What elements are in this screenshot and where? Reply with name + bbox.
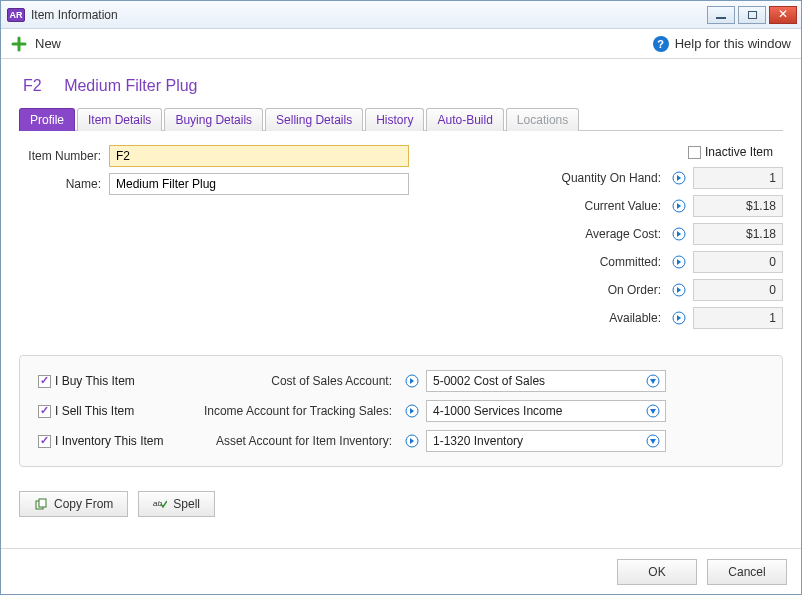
tab-strip: Profile Item Details Buying Details Sell… [19,107,783,131]
stat-label-committed: Committed: [463,255,665,269]
item-information-window: AR Item Information ✕ New ? Help for thi… [0,0,802,595]
cancel-button[interactable]: Cancel [707,559,787,585]
tab-item-details[interactable]: Item Details [77,108,162,131]
buy-item-label: I Buy This Item [55,374,135,388]
asset-account-value: 1-1320 Inventory [433,434,645,448]
stat-value-current-value: $1.18 [693,195,783,217]
stats-block: Quantity On Hand: 1 Current Value: $1.18… [463,167,783,329]
asset-account-combo[interactable]: 1-1320 Inventory [426,430,666,452]
titlebar: AR Item Information ✕ [1,1,801,29]
arrow-right-icon[interactable] [671,198,687,214]
income-account-value: 4-1000 Services Income [433,404,645,418]
app-badge: AR [7,8,25,22]
minimize-button[interactable] [707,6,735,24]
cos-account-combo[interactable]: 5-0002 Cost of Sales [426,370,666,392]
item-number-input[interactable] [109,145,409,167]
content-area: F2 Medium Filter Plug Profile Item Detai… [1,59,801,548]
tab-locations: Locations [506,108,579,131]
stat-value-committed: 0 [693,251,783,273]
toolbar: New ? Help for this window [1,29,801,59]
tab-buying-details[interactable]: Buying Details [164,108,263,131]
svg-rect-15 [39,499,46,507]
spell-label: Spell [173,497,200,511]
cos-account-label: Cost of Sales Account: [188,374,398,388]
profile-form: Item Number: Name: Inactive Item [19,145,783,538]
new-button[interactable]: New [35,36,61,51]
inventory-item-label: I Inventory This Item [55,434,164,448]
help-icon: ? [653,36,669,52]
dropdown-icon[interactable] [645,433,661,449]
spell-button[interactable]: ab Spell [138,491,215,517]
svg-text:ab: ab [153,499,162,508]
tab-selling-details[interactable]: Selling Details [265,108,363,131]
tab-auto-build[interactable]: Auto-Build [426,108,503,131]
tab-profile[interactable]: Profile [19,108,75,131]
sell-item-checkbox[interactable] [38,405,51,418]
tab-history[interactable]: History [365,108,424,131]
item-number-label: Item Number: [19,149,109,163]
cos-account-value: 5-0002 Cost of Sales [433,374,645,388]
sell-item-label: I Sell This Item [55,404,134,418]
arrow-right-icon[interactable] [671,170,687,186]
stat-label-qoh: Quantity On Hand: [463,171,665,185]
stat-value-on-order: 0 [693,279,783,301]
stat-label-average-cost: Average Cost: [463,227,665,241]
income-account-combo[interactable]: 4-1000 Services Income [426,400,666,422]
close-button[interactable]: ✕ [769,6,797,24]
arrow-right-icon[interactable] [404,403,420,419]
ok-button[interactable]: OK [617,559,697,585]
inactive-item-label: Inactive Item [705,145,773,159]
accounts-panel: I Buy This Item Cost of Sales Account: 5… [19,355,783,467]
dropdown-icon[interactable] [645,373,661,389]
arrow-right-icon[interactable] [671,226,687,242]
stat-value-average-cost: $1.18 [693,223,783,245]
buy-item-checkbox[interactable] [38,375,51,388]
asset-account-label: Asset Account for Item Inventory: [188,434,398,448]
spell-icon: ab [153,497,167,511]
footer: OK Cancel [1,548,801,594]
arrow-right-icon[interactable] [671,254,687,270]
item-name-heading: Medium Filter Plug [64,77,197,94]
item-code-heading: F2 [23,77,42,94]
arrow-right-icon[interactable] [404,373,420,389]
arrow-right-icon[interactable] [671,310,687,326]
help-link[interactable]: Help for this window [675,36,791,51]
stat-value-available: 1 [693,307,783,329]
arrow-right-icon[interactable] [404,433,420,449]
stat-label-current-value: Current Value: [463,199,665,213]
window-title: Item Information [31,8,118,22]
arrow-right-icon[interactable] [671,282,687,298]
copy-from-button[interactable]: Copy From [19,491,128,517]
income-account-label: Income Account for Tracking Sales: [188,404,398,418]
maximize-button[interactable] [738,6,766,24]
copy-from-label: Copy From [54,497,113,511]
inactive-item-checkbox[interactable] [688,146,701,159]
stat-value-qoh: 1 [693,167,783,189]
plus-icon [11,36,27,52]
stat-label-on-order: On Order: [463,283,665,297]
page-title: F2 Medium Filter Plug [23,77,779,95]
inventory-item-checkbox[interactable] [38,435,51,448]
dropdown-icon[interactable] [645,403,661,419]
copy-icon [34,497,48,511]
stat-label-available: Available: [463,311,665,325]
item-name-label: Name: [19,177,109,191]
item-name-input[interactable] [109,173,409,195]
